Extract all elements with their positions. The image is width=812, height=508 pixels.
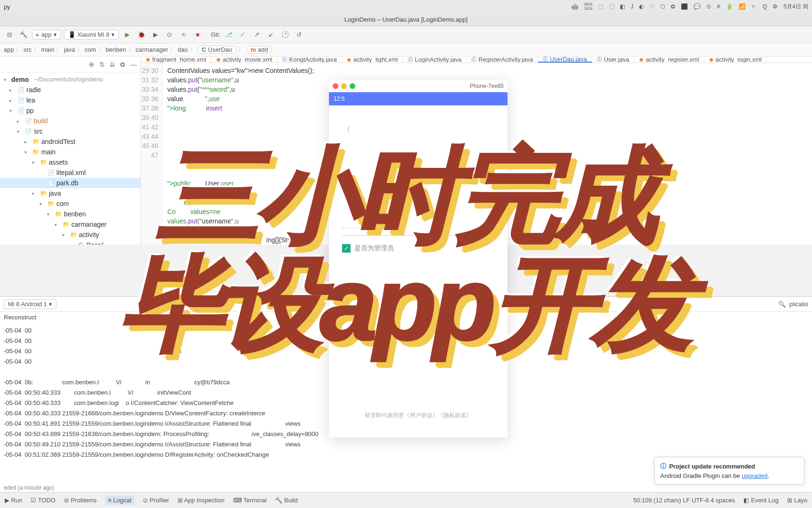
breadcrumb-item[interactable]: benben — [106, 46, 126, 53]
line-gutter: 29 30 31 32 33 34 35 36 37 38 39 40 41 4… — [141, 63, 163, 245]
collapse-all-icon[interactable]: ⇊ — [109, 61, 115, 68]
editor-tab[interactable]: ◉activity_login.xml — [704, 56, 767, 63]
profile-icon[interactable]: ⊙ — [164, 29, 175, 40]
upgrade-link[interactable]: upgraded — [742, 472, 767, 479]
tree-node[interactable]: 📄park.db — [0, 178, 141, 188]
status-tab-logcat[interactable]: ≡ Logcat — [105, 496, 134, 505]
emulator-statusbar: 12:5 — [329, 92, 508, 105]
search-icon[interactable]: 🔍 — [778, 301, 786, 308]
password-field[interactable]: ······ — [342, 220, 494, 236]
git-commit-icon[interactable]: ✓ — [237, 29, 249, 40]
event-log-button[interactable]: ◧ Event Log — [743, 497, 779, 504]
tree-node[interactable]: ▸📄build — [0, 116, 141, 126]
emulator-window[interactable]: Phone-7ee85 12:5 〈 ······ ✓是否为管理员 登录即代表同… — [329, 80, 508, 437]
editor-tab[interactable]: ⒸLoginActivity.java — [403, 56, 467, 63]
editor-tabs: ◉fragment_home.xml◉activity_movie.xmlⒸKo… — [141, 56, 812, 63]
breadcrumb-item[interactable]: dao — [178, 46, 188, 53]
tree-node[interactable]: ▾📄src — [0, 126, 141, 136]
editor-tab[interactable]: ◉activity_light.xml — [342, 56, 403, 63]
status-tab-app-inspection[interactable]: ⊞ App Inspection — [178, 497, 225, 504]
editor-tab[interactable]: ⒸUserDao.java — [538, 56, 592, 63]
window-titlebar: LoginDemo – UserDao.java [LoginDemo.app] — [0, 13, 812, 26]
macos-menubar: py 🤖 0K/s 1K/s ⬚⬚◧J◐♡⬡✿ ⬛💬⊙A🔋 📶ᯤQ⚙ 5月4日 … — [0, 0, 812, 13]
device-dropdown[interactable]: 📱Xiaomi Mi 8▾ — [64, 30, 119, 40]
tree-node[interactable]: ▾📁com — [0, 198, 141, 209]
reconstruct-button[interactable]: Reconstruct — [4, 314, 36, 321]
notif-body: Android Gradle Plugin can be upgraded. — [660, 472, 798, 479]
status-tab-build[interactable]: 🔨 Build — [275, 497, 298, 504]
git-label: Git: — [211, 31, 220, 38]
notification-balloon[interactable]: ⓘProject update recommended Android Grad… — [654, 457, 804, 484]
project-tool-window[interactable]: ⊕ ⇅ ⇊ ✿ — ▾demo ~/Documents/bs/logindemo… — [0, 56, 141, 245]
debug-icon[interactable]: 🐞 — [136, 29, 147, 40]
settings-icon[interactable]: ✿ — [120, 61, 125, 68]
status-tab-todo[interactable]: ☑ TODO — [31, 497, 55, 504]
run-icon[interactable]: ▶ — [122, 29, 133, 40]
tree-node[interactable]: ▾📁assets — [0, 157, 141, 167]
status-tab-run[interactable]: ▶ Run — [5, 497, 22, 504]
project-tree[interactable]: ▾demo ~/Documents/bs/logindemo ▸📄radle▸📄… — [0, 72, 141, 245]
tree-node[interactable]: ▾📁benben — [0, 209, 141, 219]
app-name: py — [4, 3, 10, 10]
emulator-footer: 登录即代表同意《用户协议》《隐私政策》 — [342, 406, 494, 428]
git-branch-icon[interactable]: ⎇ — [223, 29, 234, 40]
status-tab-terminal[interactable]: ⌨ Terminal — [233, 497, 267, 504]
breadcrumb-item[interactable]: main — [41, 46, 55, 53]
emulator-screen[interactable]: 〈 ······ ✓是否为管理员 登录即代表同意《用户协议》《隐私政策》 — [329, 105, 508, 437]
target-icon[interactable]: ⊕ — [89, 61, 94, 68]
breadcrumb-method[interactable]: madd — [246, 46, 272, 54]
tree-node[interactable]: ▾📁java — [0, 188, 141, 198]
traffic-lights[interactable] — [333, 83, 355, 89]
tree-node[interactable]: ▾📄pp — [0, 105, 141, 116]
device-filter-dropdown[interactable]: Mi 8 Android 1 ▾ — [4, 299, 56, 309]
tree-node[interactable]: ▸📄lea — [0, 95, 141, 105]
breadcrumb-item[interactable]: com — [85, 46, 96, 53]
tree-node[interactable]: ▾📁main — [0, 147, 141, 157]
editor-tab[interactable]: ⒸUser.java — [592, 56, 634, 63]
git-revert-icon[interactable]: ↺ — [294, 29, 305, 40]
project-root[interactable]: ▾demo ~/Documents/bs/logindemo — [0, 74, 141, 85]
hammer-icon[interactable]: 🔨 — [18, 29, 29, 40]
tree-node[interactable]: CBase/ — [0, 240, 141, 245]
status-tab-profiler[interactable]: ⊙ Profiler — [143, 497, 169, 504]
layout-inspector-button[interactable]: ⊞ Layo — [787, 497, 807, 504]
net-stats: 0K/s 1K/s — [584, 2, 593, 11]
git-push-icon[interactable]: ↗ — [251, 29, 263, 40]
editor-tab[interactable]: ◉fragment_home.xml — [141, 56, 211, 63]
tree-node[interactable]: ▾📁activity — [0, 230, 141, 240]
android-icon: 🤖 — [571, 3, 578, 10]
git-pull-icon[interactable]: ↙ — [265, 29, 277, 40]
git-history-icon[interactable]: 🕐 — [280, 29, 291, 40]
layout-icon[interactable]: plicatio — [789, 301, 808, 308]
menubar-status: 🤖 0K/s 1K/s ⬚⬚◧J◐♡⬡✿ ⬛💬⊙A🔋 📶ᯤQ⚙ 5月4日 周 — [571, 2, 808, 11]
collapse-icon[interactable]: ⊟ — [4, 29, 15, 40]
breadcrumb-item[interactable]: java — [64, 46, 75, 53]
breadcrumb-item[interactable]: carmanager — [135, 46, 168, 53]
code-body[interactable]: ContentValues values="kw">new ContentVal… — [163, 63, 319, 245]
tree-node[interactable]: ▾📁carmanager — [0, 219, 141, 230]
tree-node[interactable]: ▸📄radle — [0, 85, 141, 95]
editor-tab[interactable]: ◉activity_register.xml — [634, 56, 704, 63]
breadcrumb: app 〉 src 〉 main 〉 java 〉 com 〉 benben 〉… — [0, 43, 812, 56]
editor-tab[interactable]: ◉activity_movie.xml — [211, 56, 277, 63]
status-tab-problems[interactable]: ⊘ Problems — [64, 497, 97, 504]
stop-icon[interactable]: ■ — [192, 29, 203, 40]
expand-icon[interactable]: ⇅ — [99, 61, 105, 68]
coverage-icon[interactable]: ▶ — [150, 29, 161, 40]
info-icon: ⓘ — [660, 462, 666, 470]
editor-tab[interactable]: ⒸKongtActivity.java — [277, 56, 342, 63]
breadcrumb-item[interactable]: src — [23, 46, 31, 53]
attach-icon[interactable]: ⎋ — [178, 29, 189, 40]
admin-checkbox[interactable]: ✓是否为管理员 — [342, 244, 494, 253]
tree-node[interactable]: ▸📁androidTest — [0, 136, 141, 147]
caret-position[interactable]: 50:109 (12 chars) LF UTF-8 4 spaces — [633, 497, 735, 504]
menubar-date: 5月4日 周 — [783, 3, 808, 11]
run-config-dropdown[interactable]: ▸app▾ — [32, 30, 61, 40]
hide-icon[interactable]: — — [130, 61, 137, 68]
emulator-titlebar[interactable]: Phone-7ee85 — [329, 80, 508, 92]
editor-tab[interactable]: ⒸRegisterActivity.java — [467, 56, 538, 63]
breadcrumb-item[interactable]: app — [4, 46, 14, 53]
breadcrumb-class[interactable]: CUserDao — [197, 46, 236, 54]
tree-node[interactable]: 📄litepal.xml — [0, 167, 141, 178]
notif-title: Project update recommended — [669, 463, 755, 470]
